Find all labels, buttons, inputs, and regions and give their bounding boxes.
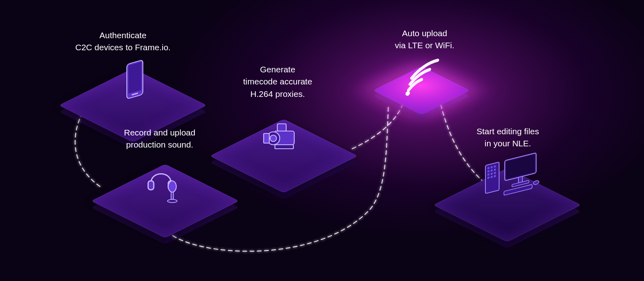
- step-label: Record and upload production sound.: [124, 127, 195, 151]
- svg-rect-18: [494, 165, 496, 168]
- step-label: Authenticate C2C devices to Frame.io.: [75, 29, 171, 54]
- svg-rect-19: [487, 170, 489, 172]
- step-label: Generate timecode accurate H.264 proxies…: [243, 64, 312, 100]
- tile-edit: [433, 168, 581, 242]
- tile-upload: [373, 66, 470, 115]
- svg-rect-17: [491, 166, 493, 168]
- svg-rect-21: [494, 168, 496, 171]
- svg-rect-22: [487, 173, 489, 176]
- svg-rect-16: [487, 167, 489, 169]
- step-label: Start editing files in your NLE.: [477, 125, 539, 150]
- tile-generate: [210, 119, 358, 193]
- step-label: Auto upload via LTE or WiFi.: [395, 27, 454, 52]
- svg-rect-23: [491, 172, 493, 175]
- svg-rect-20: [491, 169, 493, 172]
- tile-record: [91, 164, 239, 238]
